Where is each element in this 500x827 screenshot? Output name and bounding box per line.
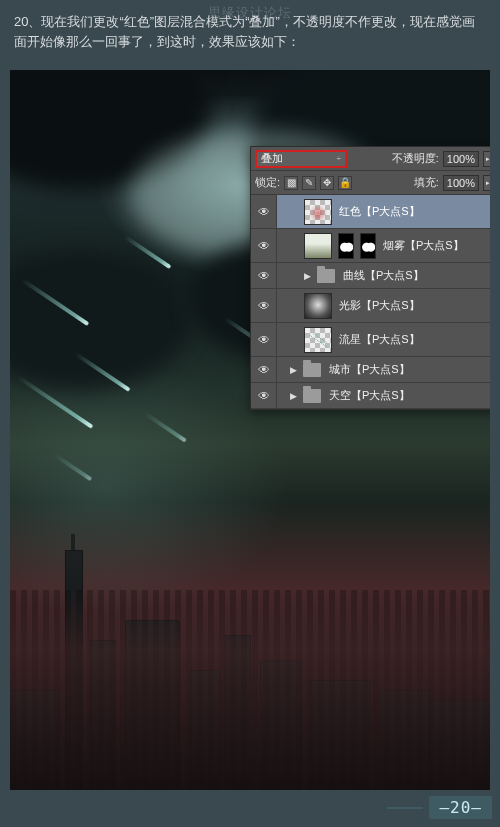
visibility-eye-icon[interactable]: 👁 bbox=[251, 229, 277, 262]
layer-row[interactable]: 👁 流星【P大点S】 bbox=[251, 323, 490, 357]
panel-blend-row: 叠加 ÷ 不透明度: 100% ▸ bbox=[251, 147, 490, 171]
layer-group-row[interactable]: 👁 ▶ 天空【P大点S】 bbox=[251, 383, 490, 409]
layer-group-row[interactable]: 👁 ▶ 城市【P大点S】 bbox=[251, 357, 490, 383]
layer-group-row[interactable]: 👁 ▶ 曲线【P大点S】 bbox=[251, 263, 490, 289]
visibility-eye-icon[interactable]: 👁 bbox=[251, 323, 277, 356]
opacity-slider-toggle[interactable]: ▸ bbox=[483, 151, 490, 167]
layer-thumbnail[interactable] bbox=[304, 233, 332, 259]
folder-icon bbox=[317, 269, 335, 283]
layer-name[interactable]: 红色【P大点S】 bbox=[339, 204, 420, 219]
fill-input[interactable]: 100% bbox=[443, 175, 479, 191]
fill-value: 100% bbox=[447, 177, 475, 189]
opacity-value: 100% bbox=[447, 153, 475, 165]
layer-name[interactable]: 天空【P大点S】 bbox=[329, 388, 410, 403]
layers-panel: 叠加 ÷ 不透明度: 100% ▸ 锁定: ▩ ✎ ✥ 🔒 填充: 100% ▸ bbox=[250, 146, 490, 410]
lock-position-icon[interactable]: ✥ bbox=[320, 176, 334, 190]
layer-name[interactable]: 流星【P大点S】 bbox=[339, 332, 420, 347]
group-disclose-icon[interactable]: ▶ bbox=[301, 271, 313, 281]
artwork-canvas: 叠加 ÷ 不透明度: 100% ▸ 锁定: ▩ ✎ ✥ 🔒 填充: 100% ▸ bbox=[10, 70, 490, 790]
layer-thumbnail[interactable] bbox=[304, 327, 332, 353]
visibility-eye-icon[interactable]: 👁 bbox=[251, 383, 277, 408]
meteor bbox=[143, 412, 187, 443]
group-disclose-icon[interactable]: ▶ bbox=[287, 365, 299, 375]
lock-paint-icon[interactable]: ✎ bbox=[302, 176, 316, 190]
blend-mode-select[interactable]: 叠加 ÷ bbox=[255, 150, 347, 168]
lock-transparency-icon[interactable]: ▩ bbox=[284, 176, 298, 190]
layer-name[interactable]: 烟雾【P大点S】 bbox=[383, 238, 464, 253]
fill-label: 填充: bbox=[414, 175, 439, 190]
city-foreground bbox=[10, 590, 490, 790]
layer-row-selected[interactable]: 👁 红色【P大点S】 bbox=[251, 195, 490, 229]
layer-name[interactable]: 城市【P大点S】 bbox=[329, 362, 410, 377]
folder-icon bbox=[303, 363, 321, 377]
fill-slider-toggle[interactable]: ▸ bbox=[483, 175, 490, 191]
dropdown-arrow-icon: ÷ bbox=[337, 154, 341, 163]
layer-name[interactable]: 曲线【P大点S】 bbox=[343, 268, 424, 283]
group-disclose-icon[interactable]: ▶ bbox=[287, 391, 299, 401]
layer-thumbnail[interactable] bbox=[304, 199, 332, 225]
city-skyline bbox=[10, 450, 490, 790]
page-number-badge: —20— bbox=[429, 796, 492, 819]
panel-lock-row: 锁定: ▩ ✎ ✥ 🔒 填充: 100% ▸ bbox=[251, 171, 490, 195]
visibility-eye-icon[interactable]: 👁 bbox=[251, 289, 277, 322]
visibility-eye-icon[interactable]: 👁 bbox=[251, 263, 277, 288]
step-number: 20、 bbox=[14, 14, 41, 29]
watermark-text: 思缘设计论坛 bbox=[208, 4, 292, 22]
folder-icon bbox=[303, 389, 321, 403]
lock-label: 锁定: bbox=[255, 175, 280, 190]
layer-mask-thumbnail[interactable] bbox=[360, 233, 376, 259]
opacity-label: 不透明度: bbox=[392, 151, 439, 166]
layer-row[interactable]: 👁 烟雾【P大点S】 bbox=[251, 229, 490, 263]
layer-row[interactable]: 👁 光影【P大点S】 bbox=[251, 289, 490, 323]
visibility-eye-icon[interactable]: 👁 bbox=[251, 357, 277, 382]
layer-name[interactable]: 光影【P大点S】 bbox=[339, 298, 420, 313]
lock-all-icon[interactable]: 🔒 bbox=[338, 176, 352, 190]
layer-thumbnail[interactable] bbox=[304, 293, 332, 319]
opacity-input[interactable]: 100% bbox=[443, 151, 479, 167]
layers-list: 👁 红色【P大点S】 👁 烟雾【P大点S】 👁 ▶ bbox=[251, 195, 490, 409]
lock-icons-group: ▩ ✎ ✥ 🔒 bbox=[284, 176, 352, 190]
layer-mask-thumbnail[interactable] bbox=[338, 233, 354, 259]
blend-mode-value: 叠加 bbox=[261, 151, 283, 166]
visibility-eye-icon[interactable]: 👁 bbox=[251, 195, 277, 228]
